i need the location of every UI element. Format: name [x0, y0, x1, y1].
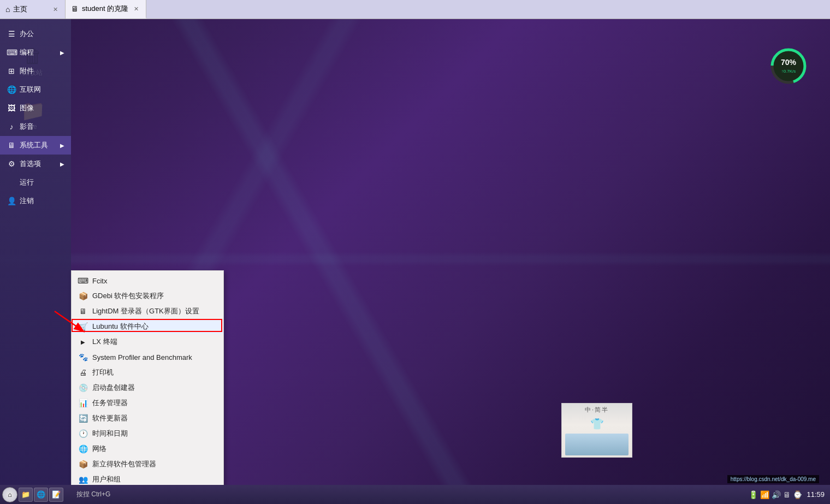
thumbnail-text: 中·简半	[585, 406, 609, 414]
fcitx-icon: ⌨	[78, 276, 88, 286]
prefs-arrow-icon: ▶	[60, 161, 64, 167]
menu-item-startup-disk[interactable]: 💿 启动盘创建器	[72, 380, 223, 395]
sidebar-item-addon[interactable]: ⊞ 附件	[0, 62, 71, 80]
sidebar-run-label: 运行	[20, 177, 34, 187]
sidebar-office-label: 办公	[20, 29, 34, 39]
url-tooltip-text: https://blog.csdn.net/dk_da-009.me	[731, 476, 816, 482]
lubuntu-sc-icon: 🛒	[78, 322, 88, 331]
sidebar-item-logout[interactable]: 👤 注销	[0, 192, 71, 210]
sidebar-item-internet[interactable]: 🌐 互联网	[0, 80, 71, 99]
time-icon: ⌚	[793, 490, 802, 499]
lightdm-icon: 🖥	[78, 306, 88, 316]
menu-startup-disk-label: 启动盘创建器	[92, 383, 135, 393]
tab-clone-close[interactable]: ✕	[132, 4, 140, 13]
coding-arrow-icon: ▶	[60, 50, 64, 56]
context-submenu: ⌨ Fcitx 📦 GDebi 软件包安装程序 🖥 LightDM 登录器（GT…	[71, 270, 224, 490]
menu-fcitx-label: Fcitx	[92, 277, 107, 285]
svg-text:↑0.7K/s: ↑0.7K/s	[781, 69, 796, 74]
sidebar-item-prefs[interactable]: ⚙ 首选项 ▶	[0, 155, 71, 173]
systemtool-icon: 🖥	[7, 141, 16, 150]
tab-clone-label: student 的克隆	[82, 4, 128, 14]
datetime-icon: 🕐	[78, 429, 88, 438]
sidebar-item-systemtool[interactable]: 🖥 系统工具 ▶	[0, 136, 71, 155]
taskbar-icon-3: 📝	[52, 490, 61, 499]
network-taskbar-icon: 📶	[760, 490, 769, 499]
sidebar-internet-label: 互联网	[20, 85, 41, 94]
volume-icon: 🔊	[772, 490, 781, 499]
menu-item-soft-update[interactable]: 🔄 软件更新器	[72, 411, 223, 426]
menu-network-label: 网络	[92, 444, 106, 454]
taskbar-btn-2[interactable]: 🌐	[34, 488, 48, 502]
office-icon: ☰	[7, 29, 16, 38]
coding-icon: ⌨	[7, 48, 16, 57]
tab-home-icon: ⌂	[5, 5, 10, 14]
menu-gdebi-label: GDebi 软件包安装程序	[92, 291, 164, 301]
synaptic-icon: 📦	[78, 459, 88, 469]
sidebar-item-sound[interactable]: ♪ 影音	[0, 117, 71, 136]
menu-item-task-mgr[interactable]: 📊 任务管理器	[72, 395, 223, 411]
network-icon: 🌐	[78, 444, 88, 454]
tab-home-close[interactable]: ✕	[51, 5, 60, 14]
systemtool-arrow-icon: ▶	[60, 143, 64, 149]
menu-item-sysprof[interactable]: 🐾 System Profiler and Benchmark	[72, 349, 223, 365]
sidebar-item-office[interactable]: ☰ 办公	[0, 25, 71, 43]
tab-home[interactable]: ⌂ 主页 ✕	[0, 0, 66, 19]
menu-sysprof-label: System Profiler and Benchmark	[92, 353, 192, 361]
menu-item-synaptic[interactable]: 📦 新立得软件包管理器	[72, 456, 223, 472]
start-icon: ⌂	[8, 491, 11, 499]
display-icon: 🖥	[783, 490, 791, 499]
menu-item-lightdm[interactable]: 🖥 LightDM 登录器（GTK界面）设置	[72, 304, 223, 319]
menu-item-lubuntu-sc[interactable]: 🛒 Lubuntu 软件中心	[72, 319, 223, 334]
clock-display: 11:59	[807, 490, 825, 499]
thumbnail-icon: 👕	[590, 417, 604, 430]
startup-disk-icon: 💿	[78, 383, 88, 393]
menu-item-gdebi[interactable]: 📦 GDebi 软件包安装程序	[72, 288, 223, 304]
taskbar-icon-2: 🌐	[37, 490, 45, 499]
menu-users-groups-label: 用户和组	[92, 475, 121, 484]
sidebar-coding-label: 编程	[20, 48, 34, 57]
menu-item-lxterminal[interactable]: ▶ LX 终端	[72, 334, 223, 349]
taskbar: ⌂ 📁 🌐 📝 🔋 📶 🔊 🖥 ⌚ 11:59	[0, 485, 830, 504]
sidebar-image-label: 图像	[20, 103, 34, 113]
sidebar-item-coding[interactable]: ⌨ 编程 ▶	[0, 43, 71, 62]
task-mgr-icon: 📊	[78, 398, 88, 408]
sysprof-icon: 🐾	[78, 352, 88, 362]
internet-icon: 🌐	[7, 85, 16, 94]
addon-icon: ⊞	[7, 67, 16, 75]
menu-item-datetime[interactable]: 🕐 时间和日期	[72, 426, 223, 441]
menu-item-fcitx[interactable]: ⌨ Fcitx	[72, 273, 223, 288]
url-tooltip: https://blog.csdn.net/dk_da-009.me	[727, 475, 819, 483]
logout-icon: 👤	[7, 197, 16, 205]
menu-lxterminal-label: LX 终端	[92, 337, 117, 347]
menu-printer-label: 打印机	[92, 367, 114, 377]
users-groups-icon: 👥	[78, 475, 88, 484]
prefs-icon: ⚙	[7, 159, 16, 168]
sidebar-systemtool-label: 系统工具	[20, 140, 48, 150]
menu-lubuntu-sc-label: Lubuntu 软件中心	[92, 322, 149, 331]
tab-bar: ⌂ 主页 ✕ 🖥 student 的克隆 ✕	[0, 0, 830, 19]
tab-home-label: 主页	[13, 4, 27, 14]
start-button[interactable]: ⌂	[2, 487, 17, 502]
taskbar-icon-1: 📁	[21, 490, 30, 499]
taskbar-btn-1[interactable]: 📁	[19, 488, 33, 502]
taskbar-btn-3[interactable]: 📝	[49, 488, 63, 502]
sidebar-addon-label: 附件	[20, 66, 34, 76]
sidebar-sound-label: 影音	[20, 122, 34, 132]
tab-clone[interactable]: 🖥 student 的克隆 ✕	[66, 0, 146, 19]
menu-lightdm-label: LightDM 登录器（GTK界面）设置	[92, 306, 199, 316]
sidebar: ☰ 办公 ⌨ 编程 ▶ ⊞ 附件 🌐 互联网 🖼 图像 ♪ 影音 🖥 系统工具 …	[0, 19, 71, 485]
image-icon: 🖼	[7, 104, 16, 112]
sidebar-logout-label: 注销	[20, 196, 34, 206]
gdebi-icon: 📦	[78, 291, 88, 301]
svg-text:70%: 70%	[781, 58, 797, 67]
sidebar-item-image[interactable]: 🖼 图像	[0, 99, 71, 117]
lxterminal-icon: ▶	[78, 337, 88, 347]
printer-icon: 🖨	[78, 367, 88, 377]
thumbnail-widget: 中·简半 👕	[561, 403, 632, 458]
sidebar-item-run[interactable]: 运行	[0, 173, 71, 192]
menu-item-printer[interactable]: 🖨 打印机	[72, 365, 223, 380]
sidebar-prefs-label: 首选项	[20, 159, 41, 169]
menu-task-mgr-label: 任务管理器	[92, 398, 128, 408]
menu-item-network[interactable]: 🌐 网络	[72, 441, 223, 456]
menu-datetime-label: 时间和日期	[92, 429, 128, 438]
